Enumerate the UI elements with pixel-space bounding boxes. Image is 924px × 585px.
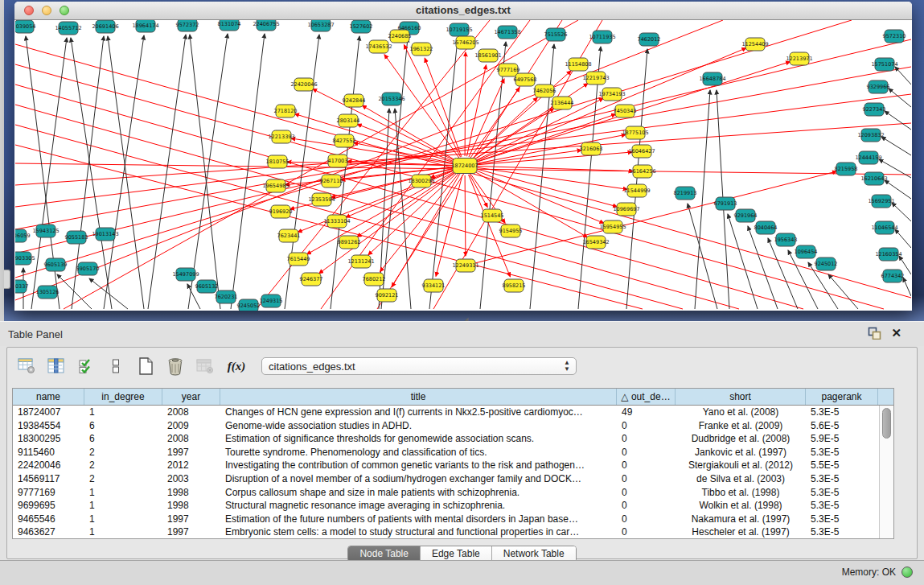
graph-node[interactable]: 14055712 <box>55 22 81 35</box>
graph-node[interactable]: 9196920 <box>269 205 293 218</box>
cell-short[interactable]: Stergiakouli et al. (2012) <box>676 459 806 472</box>
cell-out_degree[interactable]: 0 <box>617 459 676 472</box>
network-window-titlebar[interactable]: citations_edges.txt <box>14 2 912 20</box>
table-row[interactable]: 1938455462009Genome-wide association stu… <box>13 419 893 433</box>
graph-node[interactable]: 18561901 <box>474 49 501 62</box>
graph-node[interactable]: 12213393 <box>268 130 294 143</box>
column-header-year[interactable]: year <box>162 389 220 405</box>
graph-node[interactable]: 1961322 <box>410 43 433 56</box>
cell-out_degree[interactable]: 0 <box>617 499 676 513</box>
cell-out_degree[interactable]: 0 <box>617 513 676 526</box>
graph-node[interactable]: 8131074 <box>218 20 241 31</box>
table-row[interactable]: 977716911998Corpus callosum shape and si… <box>13 486 893 500</box>
cell-in_degree[interactable]: 6 <box>84 419 162 433</box>
graph-node[interactable]: 9605132 <box>195 280 219 293</box>
column-header-short[interactable]: short <box>676 389 806 405</box>
cell-year[interactable]: 2012 <box>162 459 220 472</box>
cell-title[interactable]: Embryonic stem cells: a model to study s… <box>220 525 617 539</box>
new-table-icon[interactable] <box>134 355 157 377</box>
cell-name[interactable]: 18724007 <box>13 406 84 419</box>
graph-node[interactable]: 8040464 <box>754 221 778 234</box>
graph-node[interactable]: 14671358 <box>494 26 520 39</box>
graph-node[interactable]: 12444159 <box>855 151 881 164</box>
graph-node[interactable]: 10711935 <box>589 31 615 43</box>
table-row[interactable]: 946554611997Estimation of the future num… <box>13 513 893 526</box>
graph-node[interactable]: 15692951 <box>868 195 894 208</box>
panel-collapse-handle[interactable] <box>4 270 10 289</box>
cell-name[interactable]: 18300295 <box>13 432 84 446</box>
cell-out_degree[interactable]: 0 <box>617 525 676 539</box>
graph-node[interactable]: 15954955 <box>599 220 626 233</box>
graph-node[interactable]: 9245012 <box>815 257 838 270</box>
cell-year[interactable]: 1997 <box>162 513 220 526</box>
graph-node[interactable]: 2240685 <box>388 30 412 43</box>
graph-node[interactable]: 8215958 <box>835 163 858 175</box>
cell-pagerank[interactable]: 5.3E-5 <box>806 406 878 419</box>
cell-title[interactable]: Tourette syndrome. Phenomenology and cla… <box>220 446 617 459</box>
cell-in_degree[interactable]: 2 <box>84 446 162 459</box>
vertical-scrollbar[interactable] <box>879 406 893 538</box>
graph-node[interactable]: 1305126 <box>36 286 60 299</box>
cell-in_degree[interactable]: 1 <box>84 499 162 513</box>
graph-node[interactable]: 15497099 <box>172 268 199 281</box>
graph-node[interactable]: 16549342 <box>582 236 609 249</box>
graph-node[interactable]: 6497568 <box>514 73 537 86</box>
graph-node[interactable]: 12353594 <box>308 193 335 206</box>
graph-node[interactable]: 12160354 <box>875 248 901 261</box>
cell-in_degree[interactable]: 1 <box>84 406 162 419</box>
graph-node[interactable]: 10653287 <box>307 20 334 31</box>
graph-node[interactable]: 9334121 <box>422 279 446 292</box>
cell-year[interactable]: 2008 <box>162 432 220 446</box>
graph-node[interactable]: 20153346 <box>378 93 405 105</box>
graph-node[interactable]: 2718120 <box>274 105 298 117</box>
graph-node[interactable]: 7462012 <box>638 33 661 46</box>
cell-year[interactable]: 1998 <box>162 486 220 500</box>
graph-node[interactable]: 7450343 <box>614 105 637 117</box>
table-row[interactable]: 969969511998Structural magnetic resonanc… <box>13 499 893 513</box>
graph-node[interactable]: 2136444 <box>551 97 574 109</box>
cell-short[interactable]: Wolkin et al. (1998) <box>676 499 806 513</box>
delete-table-icon[interactable] <box>164 355 187 377</box>
graph-node[interactable]: 10719155 <box>446 23 472 36</box>
graph-node[interactable]: 11544999 <box>623 184 650 197</box>
cell-name[interactable]: 9463627 <box>13 525 84 539</box>
cell-short[interactable]: Tibbo et al. (1998) <box>676 486 806 500</box>
cell-pagerank[interactable]: 5.9E-5 <box>806 432 878 446</box>
cell-year[interactable]: 1997 <box>162 446 220 459</box>
cell-pagerank[interactable]: 5.5E-5 <box>806 459 878 472</box>
cell-out_degree[interactable]: 0 <box>617 486 676 500</box>
graph-node[interactable]: 9291964 <box>734 209 758 222</box>
graph-node[interactable]: 19734193 <box>598 88 625 101</box>
graph-node[interactable]: 19013143 <box>92 228 118 241</box>
cell-year[interactable]: 2009 <box>162 419 220 433</box>
cell-pagerank[interactable]: 5.3E-5 <box>806 499 878 513</box>
graph-node[interactable]: 12219743 <box>582 72 609 84</box>
graph-node[interactable]: 6791913 <box>714 197 737 210</box>
graph-node[interactable]: 8219913 <box>674 187 697 200</box>
graph-node[interactable]: 417003 <box>328 154 348 167</box>
graph-node[interactable]: 19654985 <box>262 179 289 192</box>
graph-node[interactable]: 9891262 <box>338 236 361 249</box>
float-window-icon[interactable] <box>868 327 881 340</box>
graph-node[interactable]: 3216063 <box>580 142 603 155</box>
graph-node[interactable]: 9242844 <box>343 94 366 107</box>
cell-title[interactable]: Genome-wide association studies in ADHD. <box>220 419 617 433</box>
scrollbar-thumb[interactable] <box>882 408 891 439</box>
graph-node[interactable]: 11046544 <box>871 221 897 234</box>
cell-short[interactable]: Hescheler et al. (1997) <box>676 525 806 539</box>
graph-node[interactable]: 18775105 <box>622 126 648 139</box>
select-columns-button[interactable] <box>75 355 97 377</box>
cell-year[interactable]: 1998 <box>162 499 220 513</box>
graph-node[interactable]: 6774342 <box>881 270 905 282</box>
graph-node[interactable]: 9246377 <box>300 273 323 286</box>
graph-node[interactable]: 9605139 <box>44 258 68 271</box>
graph-node[interactable]: 20691406 <box>92 20 118 33</box>
graph-node[interactable]: 12093832 <box>857 129 884 142</box>
graph-node[interactable]: 22420046 <box>290 78 317 91</box>
graph-node[interactable]: 2039054 <box>15 20 35 33</box>
cell-pagerank[interactable]: 5.6E-5 <box>806 419 878 433</box>
cell-out_degree[interactable]: 0 <box>617 446 676 459</box>
cell-title[interactable]: Changes of HCN gene expression and I(f) … <box>220 406 617 419</box>
cell-short[interactable]: Dudbridge et al. (2008) <box>676 432 806 446</box>
table-row[interactable]: 946362711997Embryonic stem cells: a mode… <box>13 525 893 539</box>
